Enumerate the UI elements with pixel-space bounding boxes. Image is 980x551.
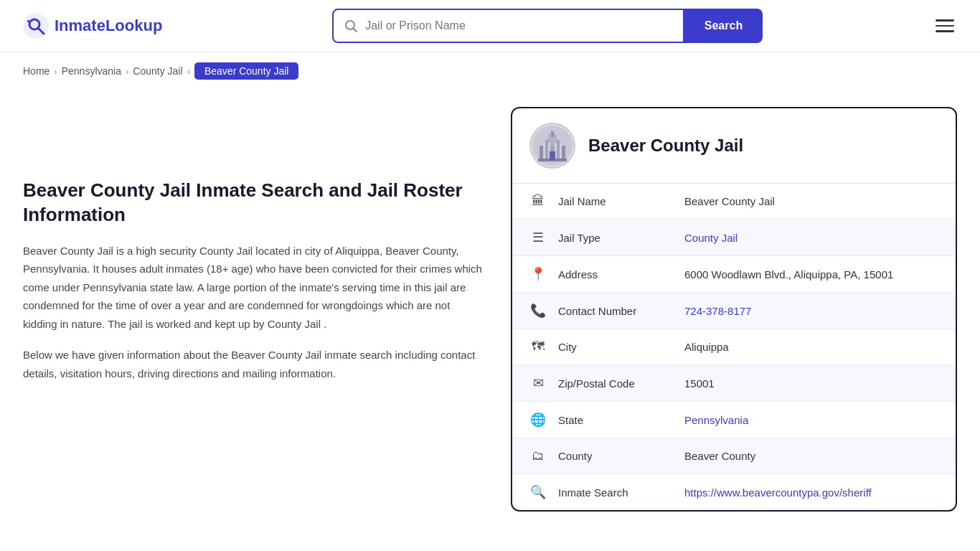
main-content: Beaver County Jail Inmate Search and Jai…	[0, 90, 980, 547]
row-label: Zip/Postal Code	[558, 377, 673, 390]
page-title: Beaver County Jail Inmate Search and Jai…	[23, 179, 482, 227]
row-value[interactable]: Pennsylvania	[684, 414, 748, 426]
row-link[interactable]: County Jail	[684, 232, 738, 244]
row-label: State	[558, 414, 673, 426]
row-label: Address	[558, 268, 673, 281]
breadcrumb: Home › Pennsylvania › County Jail › Beav…	[0, 52, 980, 90]
globe-icon: 🌐	[529, 412, 547, 428]
table-row: 🗂CountyBeaver County	[512, 438, 956, 474]
table-row: 📞Contact Number724-378-8177	[512, 293, 956, 329]
breadcrumb-current: Beaver County Jail	[194, 62, 299, 80]
breadcrumb-sep-2: ›	[126, 66, 128, 77]
table-row: ✉Zip/Postal Code15001	[512, 365, 956, 402]
county-icon: 🗂	[529, 448, 547, 463]
row-value[interactable]: 724-378-8177	[684, 305, 751, 317]
row-value[interactable]: County Jail	[684, 232, 738, 244]
menu-line-2	[936, 25, 954, 27]
menu-line-1	[936, 19, 954, 22]
logo-text: InmateLookup	[55, 17, 162, 35]
page-description-1: Beaver County Jail is a high security Co…	[23, 242, 482, 334]
table-row: 🔍Inmate Searchhttps://www.beavercountypa…	[512, 474, 956, 510]
logo-icon	[23, 13, 49, 39]
row-label: Jail Name	[558, 195, 673, 207]
svg-rect-16	[550, 151, 555, 160]
row-label: City	[558, 341, 673, 353]
row-link[interactable]: https://www.beavercountypa.gov/sheriff	[684, 486, 872, 499]
info-table: 🏛Jail NameBeaver County Jail☰Jail TypeCo…	[512, 184, 956, 510]
right-column: Beaver County Jail 🏛Jail NameBeaver Coun…	[511, 107, 957, 530]
row-value: Beaver County	[684, 450, 755, 462]
breadcrumb-type[interactable]: County Jail	[133, 65, 182, 77]
row-value[interactable]: https://www.beavercountypa.gov/sheriff	[684, 486, 872, 499]
hamburger-menu-button[interactable]	[933, 17, 957, 35]
row-value: 15001	[684, 377, 715, 390]
svg-point-0	[23, 13, 49, 39]
jail-icon: 🏛	[529, 194, 547, 209]
card-jail-name: Beaver County Jail	[588, 136, 743, 156]
jail-image	[529, 123, 575, 169]
row-link[interactable]: Pennsylvania	[684, 414, 748, 426]
row-label: Contact Number	[558, 305, 673, 317]
table-row: ☰Jail TypeCounty Jail	[512, 220, 956, 256]
left-column: Beaver County Jail Inmate Search and Jai…	[23, 107, 482, 530]
menu-line-3	[936, 30, 954, 32]
header: InmateLookup Search	[0, 0, 980, 52]
search-button[interactable]: Search	[684, 9, 763, 43]
table-row: 🌐StatePennsylvania	[512, 402, 956, 438]
jail-building-icon	[532, 126, 573, 166]
search-icon: 🔍	[529, 484, 547, 500]
search-input-wrapper	[332, 9, 684, 43]
svg-rect-14	[560, 143, 562, 160]
phone-icon: 📞	[529, 303, 547, 319]
search-input[interactable]	[365, 19, 673, 32]
row-link[interactable]: 724-378-8177	[684, 305, 751, 317]
mail-icon: ✉	[529, 375, 547, 391]
row-value: Beaver County Jail	[684, 195, 775, 207]
breadcrumb-home[interactable]: Home	[23, 65, 50, 77]
card-header: Beaver County Jail	[512, 108, 956, 184]
table-row: 🗺CityAliquippa	[512, 329, 956, 365]
svg-rect-3	[27, 20, 29, 22]
city-icon: 🗺	[529, 339, 547, 354]
svg-rect-11	[543, 143, 545, 160]
search-icon	[344, 19, 358, 33]
page-description-2: Below we have given information about th…	[23, 346, 482, 382]
table-row: 📍Address6000 Woodlawn Blvd., Aliquippa, …	[512, 256, 956, 293]
search-area: Search	[332, 9, 763, 43]
info-card: Beaver County Jail 🏛Jail NameBeaver Coun…	[511, 107, 957, 512]
breadcrumb-state[interactable]: Pennsylvania	[62, 65, 121, 77]
row-label: Inmate Search	[558, 486, 673, 499]
pin-icon: 📍	[529, 266, 547, 282]
list-icon: ☰	[529, 230, 547, 245]
breadcrumb-sep-3: ›	[187, 66, 190, 77]
row-value: 6000 Woodlawn Blvd., Aliquippa, PA, 1500…	[684, 268, 893, 281]
table-row: 🏛Jail NameBeaver County Jail	[512, 184, 956, 220]
row-label: Jail Type	[558, 232, 673, 244]
svg-rect-10	[551, 131, 554, 137]
row-label: County	[558, 450, 673, 462]
row-value: Aliquippa	[684, 341, 729, 353]
svg-line-5	[354, 29, 357, 32]
logo[interactable]: InmateLookup	[23, 13, 162, 39]
breadcrumb-sep-1: ›	[54, 66, 57, 77]
